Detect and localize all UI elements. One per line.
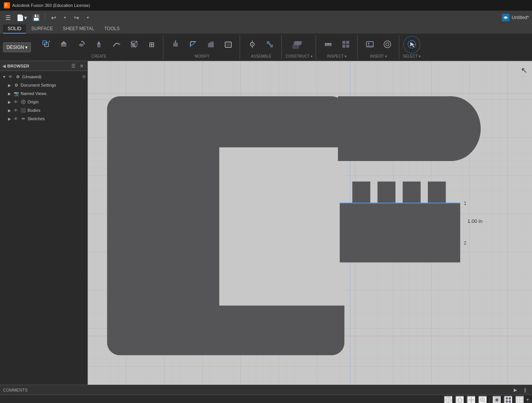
grid-dropdown-arrow[interactable]: ▾ bbox=[527, 397, 529, 402]
svg-rect-40 bbox=[342, 45, 345, 48]
svg-rect-16 bbox=[173, 43, 178, 47]
svg-text:1: 1 bbox=[464, 201, 466, 206]
select-button[interactable] bbox=[403, 36, 420, 53]
tree-item-named-views[interactable]: ▶ 📷 Named Views bbox=[0, 89, 87, 98]
assemble-label: ASSEMBLE bbox=[251, 54, 271, 58]
redo-dropdown-button[interactable]: ▾ bbox=[83, 13, 93, 23]
tree-arrow-doc-settings[interactable]: ▶ bbox=[7, 82, 12, 88]
insert-buttons-row bbox=[361, 36, 396, 53]
svg-rect-85 bbox=[509, 400, 511, 403]
visual-style-btn[interactable] bbox=[504, 396, 513, 403]
tree-arrow-origin[interactable]: ▶ bbox=[7, 99, 12, 105]
svg-marker-44 bbox=[366, 45, 373, 47]
zoom-btn[interactable] bbox=[478, 396, 487, 403]
tree-item-sketches[interactable]: ▶ 👁 ✏ Sketches bbox=[0, 114, 87, 123]
tree-eye-unsaved[interactable]: 👁 bbox=[8, 74, 13, 79]
app-logo-icon: F bbox=[4, 2, 10, 8]
tree-icon-unsaved: ⚙ bbox=[15, 74, 21, 80]
display-settings-button[interactable] bbox=[337, 36, 354, 53]
pan-btn[interactable] bbox=[467, 396, 476, 403]
box-button[interactable] bbox=[126, 36, 142, 53]
press-pull-button[interactable] bbox=[167, 36, 184, 53]
extrude-button[interactable] bbox=[55, 36, 72, 53]
tab-solid[interactable]: SOLID bbox=[3, 24, 26, 34]
display-mode-btn[interactable] bbox=[492, 396, 501, 403]
svg-point-67 bbox=[422, 96, 481, 161]
tree-arrow-sketches[interactable]: ▶ bbox=[7, 116, 12, 121]
comments-expand-btn[interactable]: ▶ bbox=[511, 386, 519, 394]
svg-marker-72 bbox=[471, 397, 472, 398]
new-button[interactable]: 📄▾ bbox=[15, 13, 29, 23]
new-component-button[interactable]: + bbox=[38, 36, 55, 53]
shell-button[interactable] bbox=[220, 36, 237, 53]
svg-rect-55 bbox=[219, 147, 345, 306]
tree-eye-origin[interactable]: 👁 bbox=[13, 99, 18, 105]
revolve-button[interactable] bbox=[73, 36, 90, 53]
undo-dropdown-button[interactable]: ▾ bbox=[60, 13, 70, 23]
tree-eye-bodies[interactable]: 👁 bbox=[13, 108, 18, 113]
insert-image-button[interactable] bbox=[361, 36, 378, 53]
svg-rect-11 bbox=[118, 44, 120, 45]
offset-plane-button[interactable] bbox=[291, 36, 308, 53]
tree-arrow-bodies[interactable]: ▶ bbox=[7, 108, 12, 113]
svg-point-8 bbox=[79, 44, 84, 47]
main-area: ◀ BROWSER ☰ ✕ ▼ 👁 ⚙ (Unsaved) ⚙ ▶ ⚙ Docu… bbox=[0, 61, 532, 385]
grid-settings-btn[interactable] bbox=[515, 396, 524, 403]
redo-button[interactable]: ↪ bbox=[71, 13, 81, 23]
home-view-btn[interactable] bbox=[455, 396, 464, 403]
divider1 bbox=[490, 397, 490, 403]
tab-tools[interactable]: TOOLS bbox=[100, 24, 124, 34]
browser-close-btn[interactable]: ✕ bbox=[78, 63, 85, 69]
comments-options-btn[interactable]: ‖ bbox=[521, 386, 529, 394]
assemble-group: ASSEMBLE bbox=[241, 35, 282, 59]
svg-marker-71 bbox=[458, 398, 462, 402]
svg-rect-26 bbox=[267, 41, 269, 44]
as-built-joint-button[interactable] bbox=[261, 36, 278, 53]
browser-tree: ▼ 👁 ⚙ (Unsaved) ⚙ ▶ ⚙ Document Settings … bbox=[0, 71, 87, 385]
assemble-buttons-row bbox=[244, 36, 278, 53]
tree-arrow-named-views[interactable]: ▶ bbox=[7, 91, 12, 96]
undo-button[interactable]: ↩ bbox=[48, 13, 58, 23]
svg-marker-10 bbox=[97, 41, 101, 45]
tree-item-doc-settings[interactable]: ▶ ⚙ Document Settings bbox=[0, 81, 87, 89]
tab-sheet-metal[interactable]: SHEET METAL bbox=[58, 24, 99, 34]
save-button[interactable]: 💾 bbox=[31, 13, 42, 23]
svg-rect-82 bbox=[506, 397, 508, 400]
svg-point-45 bbox=[384, 41, 391, 48]
measure-button[interactable] bbox=[320, 36, 337, 53]
tree-item-bodies[interactable]: ▶ 👁 ⬛ Bodies bbox=[0, 106, 87, 114]
svg-rect-83 bbox=[509, 397, 511, 400]
browser-settings-btn[interactable]: ☰ bbox=[70, 63, 77, 69]
svg-marker-18 bbox=[174, 40, 177, 42]
svg-rect-21 bbox=[226, 43, 230, 46]
sweep-button[interactable] bbox=[108, 36, 125, 53]
svg-line-77 bbox=[484, 401, 485, 403]
viewport[interactable]: 1 2 1.00 in ↖ bbox=[88, 61, 532, 385]
unsaved-settings-icon[interactable]: ⚙ bbox=[82, 74, 86, 79]
design-mode-selector[interactable]: DESIGN ▾ bbox=[3, 42, 31, 52]
top-toolbar: ☰ 📄▾ 💾 ↩ ▾ ↪ ▾ Untitled* bbox=[0, 11, 532, 24]
grid-menu-button[interactable]: ☰ bbox=[3, 13, 13, 23]
tree-item-unsaved[interactable]: ▼ 👁 ⚙ (Unsaved) ⚙ bbox=[0, 73, 87, 81]
tab-surface[interactable]: SURFACE bbox=[27, 24, 58, 34]
tree-icon-bodies: ⬛ bbox=[20, 107, 26, 113]
loft-button[interactable] bbox=[90, 36, 107, 53]
joint-button[interactable] bbox=[244, 36, 261, 53]
decal-button[interactable] bbox=[379, 36, 396, 53]
tree-label-named-views: Named Views bbox=[21, 91, 86, 96]
tree-eye-sketches[interactable]: 👁 bbox=[13, 116, 18, 121]
fillet-button[interactable] bbox=[185, 36, 202, 53]
inspect-buttons-row bbox=[320, 36, 354, 53]
browser-header: ◀ BROWSER ☰ ✕ bbox=[0, 61, 87, 71]
tree-arrow-unsaved[interactable]: ▼ bbox=[2, 74, 7, 79]
browser-collapse-btn[interactable]: ◀ bbox=[2, 63, 6, 69]
create-more-button[interactable]: ⊞ bbox=[143, 36, 160, 53]
status-bar: ▾ bbox=[0, 395, 532, 403]
navigation-orientation-btn[interactable] bbox=[444, 396, 453, 403]
chamfer-button[interactable] bbox=[202, 36, 219, 53]
create-buttons-row: + bbox=[38, 36, 160, 53]
tree-item-origin[interactable]: ▶ 👁 Origin bbox=[0, 98, 87, 106]
svg-rect-84 bbox=[506, 400, 508, 403]
svg-point-50 bbox=[23, 101, 24, 103]
svg-rect-58 bbox=[340, 203, 460, 262]
